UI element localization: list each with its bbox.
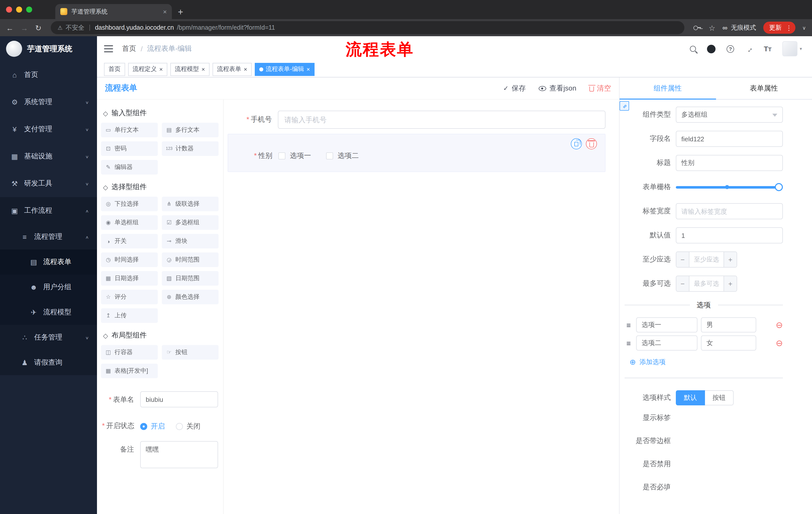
drag-handle-icon[interactable]: ≡	[625, 339, 633, 347]
option-style-button[interactable]: 按钮	[705, 390, 734, 405]
option-value-input[interactable]	[701, 335, 756, 351]
title-input[interactable]	[676, 155, 783, 171]
canvas-field-phone[interactable]: 手机号	[228, 111, 606, 129]
tag-close-icon[interactable]: ×	[202, 66, 205, 72]
tab-form-props[interactable]: 表单属性	[716, 77, 812, 99]
palette-item-color-picker[interactable]: ⊛颜色选择	[162, 290, 219, 304]
search-icon[interactable]	[690, 46, 696, 52]
form-grid-slider[interactable]	[676, 179, 783, 195]
slider-handle[interactable]	[775, 183, 783, 191]
reload-button[interactable]: ↻	[35, 24, 41, 31]
tag-process-form-edit[interactable]: 流程表单-编辑 ×	[255, 63, 315, 76]
address-bar[interactable]: ⚠ 不安全 dashboard.yudao.iocoder.cn /bpm/ma…	[51, 21, 685, 34]
palette-item-password[interactable]: ⊡密码	[101, 141, 158, 156]
view-json-button[interactable]: 查看json	[539, 84, 576, 93]
link-icon[interactable]: ∞	[619, 101, 629, 111]
sidebar-item-payment[interactable]: ¥ 支付管理 ∨	[0, 116, 97, 143]
sidebar-item-process-model[interactable]: ✈ 流程模型	[0, 300, 97, 325]
window-minimize-button[interactable]	[16, 6, 22, 12]
default-value-input[interactable]	[676, 227, 783, 243]
phone-input[interactable]	[278, 111, 606, 129]
sidebar-item-devtools[interactable]: ⚒ 研发工具 ∨	[0, 170, 97, 197]
sidebar-item-task-management[interactable]: ∴ 任务管理 ∨	[0, 325, 97, 350]
decrease-button[interactable]: −	[676, 252, 689, 267]
tag-process-model[interactable]: 流程模型 ×	[170, 63, 209, 76]
decrease-button[interactable]: −	[676, 276, 689, 291]
label-width-input[interactable]	[676, 203, 783, 219]
max-count-input[interactable]	[689, 276, 724, 291]
add-option-button[interactable]: ⊕ 添加选项	[630, 358, 783, 367]
palette-item-radio-group[interactable]: ◉单选框组	[101, 215, 158, 230]
palette-item-date-picker[interactable]: ▦日期选择	[101, 271, 158, 286]
palette-item-checkbox-group[interactable]: ☑多选框组	[162, 215, 219, 230]
save-button[interactable]: ✓ 保存	[503, 84, 526, 93]
option-name-input[interactable]	[636, 335, 697, 351]
palette-item-editor[interactable]: ✎编辑器	[101, 160, 158, 174]
tag-process-definition[interactable]: 流程定义 ×	[128, 63, 167, 76]
form-name-input[interactable]	[140, 391, 218, 407]
option-value-input[interactable]	[701, 317, 756, 332]
gender-checkbox-option2[interactable]: 选项二	[326, 152, 359, 160]
palette-item-button[interactable]: ☞按钮	[162, 345, 219, 360]
canvas-field-gender-selected[interactable]: 性别 选项一 选项二	[228, 134, 606, 172]
option-name-input[interactable]	[636, 317, 697, 332]
app-logo-row[interactable]: 芋道管理系统	[0, 36, 97, 61]
sidebar-item-infrastructure[interactable]: ▦ 基础设施 ∨	[0, 143, 97, 170]
browser-tab[interactable]: 芋道管理系统 ×	[55, 4, 172, 19]
security-label[interactable]: 不安全	[65, 23, 84, 32]
sidebar-item-leave-query[interactable]: ♟ 请假查询	[0, 350, 97, 375]
clear-button[interactable]: 清空	[589, 84, 611, 93]
bookmark-star-icon[interactable]: ☆	[708, 24, 715, 31]
sidebar-item-process-management[interactable]: ≡ 流程管理 ∧	[0, 224, 97, 249]
breadcrumb-home[interactable]: 首页	[122, 44, 136, 53]
window-close-button[interactable]	[6, 6, 12, 12]
tag-home[interactable]: 首页	[104, 63, 125, 76]
palette-item-textarea[interactable]: ▤多行文本	[162, 123, 219, 137]
field-name-input[interactable]	[676, 131, 783, 147]
palette-item-time-picker[interactable]: ◷时间选择	[101, 252, 158, 267]
sidebar-item-workflow[interactable]: ▣ 工作流程 ∧	[0, 197, 97, 224]
gender-checkbox-option1[interactable]: 选项一	[279, 152, 311, 160]
sidebar-item-system[interactable]: ⚙ 系统管理 ∨	[0, 88, 97, 116]
palette-item-text[interactable]: ▭单行文本	[101, 123, 158, 137]
help-icon[interactable]: ?	[727, 45, 734, 53]
min-count-input[interactable]	[689, 252, 724, 267]
palette-item-select[interactable]: ◎下拉选择	[101, 197, 158, 211]
window-maximize-button[interactable]	[26, 6, 32, 12]
delete-component-button[interactable]	[586, 138, 597, 150]
palette-item-upload[interactable]: ↥上传	[101, 308, 158, 323]
sidebar-item-home[interactable]: ⌂ 首页	[0, 61, 97, 88]
palette-item-row-container[interactable]: ◫行容器	[101, 345, 158, 360]
tag-close-icon[interactable]: ×	[159, 66, 163, 72]
palette-item-time-range[interactable]: ◶时间范围	[162, 252, 219, 267]
increase-button[interactable]: +	[724, 252, 736, 267]
fullscreen-icon[interactable]: ↔	[744, 43, 755, 54]
increase-button[interactable]: +	[724, 276, 736, 291]
copy-component-button[interactable]	[571, 138, 582, 150]
status-radio-on[interactable]: 开启	[140, 422, 165, 431]
sidebar-toggle-icon[interactable]	[104, 45, 113, 52]
form-remark-textarea[interactable]: 嘿嘿	[140, 441, 218, 468]
palette-item-switch[interactable]: ◑开关	[101, 234, 158, 248]
palette-item-rate[interactable]: ☆评分	[101, 290, 158, 304]
toolbar-chevron-icon[interactable]: ∨	[802, 25, 806, 30]
new-tab-button[interactable]: +	[178, 7, 183, 17]
drag-handle-icon[interactable]: ≡	[625, 321, 633, 329]
sidebar-item-user-group[interactable]: ☻ 用户分组	[0, 275, 97, 300]
tag-close-icon[interactable]: ×	[307, 66, 310, 72]
palette-item-cascader[interactable]: ⋔级联选择	[162, 197, 219, 211]
password-key-icon[interactable]	[693, 24, 701, 31]
option-style-default[interactable]: 默认	[676, 390, 705, 405]
status-radio-off[interactable]: 关闭	[176, 422, 201, 431]
tag-process-form[interactable]: 流程表单 ×	[212, 63, 252, 76]
chrome-update-button[interactable]: 更新 ⋮	[763, 22, 795, 34]
component-type-select[interactable]: 多选框组	[676, 107, 783, 123]
font-size-icon[interactable]: TT	[764, 45, 772, 53]
forward-button[interactable]: →	[21, 24, 28, 31]
sidebar-item-process-form[interactable]: ▤ 流程表单	[0, 249, 97, 275]
user-menu[interactable]: ▾	[783, 41, 802, 56]
palette-item-date-range[interactable]: ▧日期范围	[162, 271, 219, 286]
tab-component-props[interactable]: 组件属性	[619, 77, 716, 99]
palette-item-slider[interactable]: ⊸滑块	[162, 234, 219, 248]
remove-option-icon[interactable]: ⊖	[776, 321, 783, 329]
